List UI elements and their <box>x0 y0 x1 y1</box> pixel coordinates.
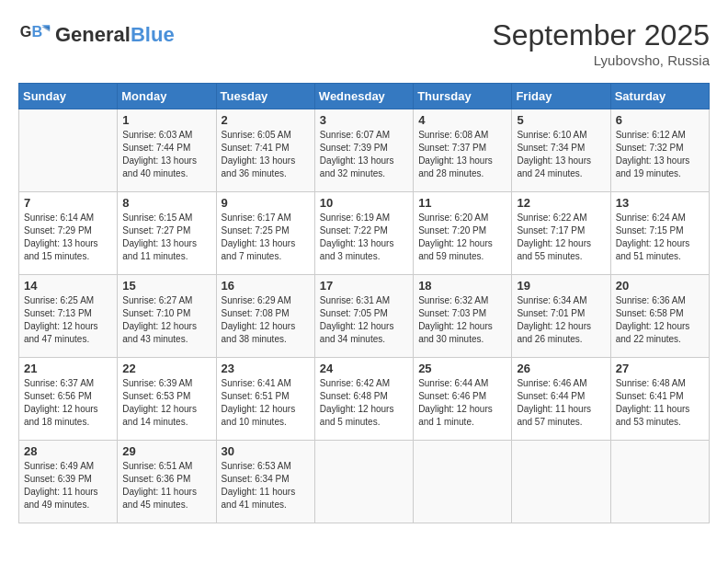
day-info: Sunrise: 6:08 AM Sunset: 7:37 PM Dayligh… <box>418 129 506 180</box>
calendar-cell: 16Sunrise: 6:29 AM Sunset: 7:08 PM Dayli… <box>216 275 314 358</box>
day-number: 11 <box>418 196 506 210</box>
day-info: Sunrise: 6:17 AM Sunset: 7:25 PM Dayligh… <box>222 212 310 263</box>
day-number: 29 <box>122 444 210 458</box>
day-number: 18 <box>418 279 506 293</box>
day-info: Sunrise: 6:19 AM Sunset: 7:22 PM Dayligh… <box>320 212 408 263</box>
calendar-cell: 5Sunrise: 6:10 AM Sunset: 7:34 PM Daylig… <box>512 109 610 192</box>
day-number: 24 <box>320 362 408 375</box>
day-number: 25 <box>418 362 506 375</box>
calendar-cell: 29Sunrise: 6:51 AM Sunset: 6:36 PM Dayli… <box>118 441 216 523</box>
day-info: Sunrise: 6:07 AM Sunset: 7:39 PM Dayligh… <box>320 129 408 180</box>
day-number: 20 <box>616 279 704 293</box>
day-number: 7 <box>24 196 112 210</box>
day-number: 4 <box>418 113 506 127</box>
calendar-cell: 21Sunrise: 6:37 AM Sunset: 6:56 PM Dayli… <box>19 358 118 441</box>
calendar-cell <box>414 441 512 523</box>
day-number: 2 <box>222 113 310 127</box>
day-info: Sunrise: 6:24 AM Sunset: 7:15 PM Dayligh… <box>616 212 704 263</box>
day-info: Sunrise: 6:46 AM Sunset: 6:44 PM Dayligh… <box>517 377 605 429</box>
day-info: Sunrise: 6:10 AM Sunset: 7:34 PM Dayligh… <box>517 129 605 180</box>
day-number: 23 <box>222 362 310 375</box>
day-number: 10 <box>320 196 408 210</box>
day-number: 16 <box>222 279 310 293</box>
day-info: Sunrise: 6:44 AM Sunset: 6:46 PM Dayligh… <box>418 377 506 429</box>
day-info: Sunrise: 6:41 AM Sunset: 6:51 PM Dayligh… <box>222 377 310 429</box>
day-info: Sunrise: 6:37 AM Sunset: 6:56 PM Dayligh… <box>24 377 112 429</box>
title-block: September 2025 Lyubovsho, Russia <box>492 18 710 68</box>
svg-marker-3 <box>41 27 50 31</box>
day-info: Sunrise: 6:48 AM Sunset: 6:41 PM Dayligh… <box>616 377 704 429</box>
header-friday: Friday <box>512 84 610 109</box>
calendar-cell: 13Sunrise: 6:24 AM Sunset: 7:15 PM Dayli… <box>610 192 709 275</box>
calendar-cell: 25Sunrise: 6:44 AM Sunset: 6:46 PM Dayli… <box>414 358 512 441</box>
day-number: 9 <box>222 196 310 210</box>
calendar-cell <box>512 441 610 523</box>
header-sunday: Sunday <box>19 84 118 109</box>
day-number: 8 <box>122 196 210 210</box>
day-info: Sunrise: 6:25 AM Sunset: 7:13 PM Dayligh… <box>24 294 112 346</box>
day-info: Sunrise: 6:39 AM Sunset: 6:53 PM Dayligh… <box>122 377 210 429</box>
day-number: 19 <box>517 279 605 293</box>
day-number: 14 <box>24 279 112 293</box>
day-number: 26 <box>517 362 605 375</box>
day-number: 6 <box>616 113 704 127</box>
header-monday: Monday <box>118 84 216 109</box>
header-saturday: Saturday <box>610 84 709 109</box>
calendar-header-row: SundayMondayTuesdayWednesdayThursdayFrid… <box>19 84 710 109</box>
header-thursday: Thursday <box>414 84 512 109</box>
calendar-cell: 17Sunrise: 6:31 AM Sunset: 7:05 PM Dayli… <box>314 275 413 358</box>
day-number: 13 <box>616 196 704 210</box>
header-tuesday: Tuesday <box>216 84 314 109</box>
calendar-cell: 2Sunrise: 6:05 AM Sunset: 7:41 PM Daylig… <box>216 109 314 192</box>
calendar-cell: 20Sunrise: 6:36 AM Sunset: 6:58 PM Dayli… <box>610 275 709 358</box>
day-info: Sunrise: 6:36 AM Sunset: 6:58 PM Dayligh… <box>616 294 704 346</box>
calendar-cell: 30Sunrise: 6:53 AM Sunset: 6:34 PM Dayli… <box>216 441 314 523</box>
calendar-cell: 7Sunrise: 6:14 AM Sunset: 7:29 PM Daylig… <box>19 192 118 275</box>
calendar-cell: 19Sunrise: 6:34 AM Sunset: 7:01 PM Dayli… <box>512 275 610 358</box>
day-number: 5 <box>517 113 605 127</box>
day-number: 15 <box>122 279 210 293</box>
calendar-week-4: 21Sunrise: 6:37 AM Sunset: 6:56 PM Dayli… <box>19 358 710 441</box>
day-info: Sunrise: 6:14 AM Sunset: 7:29 PM Dayligh… <box>24 212 112 263</box>
calendar-week-3: 14Sunrise: 6:25 AM Sunset: 7:13 PM Dayli… <box>19 275 710 358</box>
calendar-cell: 26Sunrise: 6:46 AM Sunset: 6:44 PM Dayli… <box>512 358 610 441</box>
month-title: September 2025 <box>492 18 710 52</box>
calendar-cell: 10Sunrise: 6:19 AM Sunset: 7:22 PM Dayli… <box>314 192 413 275</box>
day-number: 27 <box>616 362 704 375</box>
calendar-cell: 6Sunrise: 6:12 AM Sunset: 7:32 PM Daylig… <box>610 109 709 192</box>
logo-text: GeneralBlue <box>55 24 175 46</box>
calendar-cell: 9Sunrise: 6:17 AM Sunset: 7:25 PM Daylig… <box>216 192 314 275</box>
day-info: Sunrise: 6:12 AM Sunset: 7:32 PM Dayligh… <box>616 129 704 180</box>
day-info: Sunrise: 6:32 AM Sunset: 7:03 PM Dayligh… <box>418 294 506 346</box>
day-info: Sunrise: 6:15 AM Sunset: 7:27 PM Dayligh… <box>122 212 210 263</box>
calendar-week-5: 28Sunrise: 6:49 AM Sunset: 6:39 PM Dayli… <box>19 441 710 523</box>
calendar-week-1: 1Sunrise: 6:03 AM Sunset: 7:44 PM Daylig… <box>19 109 710 192</box>
day-info: Sunrise: 6:05 AM Sunset: 7:41 PM Dayligh… <box>222 129 310 180</box>
calendar-cell: 12Sunrise: 6:22 AM Sunset: 7:17 PM Dayli… <box>512 192 610 275</box>
day-info: Sunrise: 6:27 AM Sunset: 7:10 PM Dayligh… <box>122 294 210 346</box>
day-number: 3 <box>320 113 408 127</box>
day-info: Sunrise: 6:51 AM Sunset: 6:36 PM Dayligh… <box>122 460 210 511</box>
calendar-cell: 27Sunrise: 6:48 AM Sunset: 6:41 PM Dayli… <box>610 358 709 441</box>
calendar-week-2: 7Sunrise: 6:14 AM Sunset: 7:29 PM Daylig… <box>19 192 710 275</box>
calendar-cell: 11Sunrise: 6:20 AM Sunset: 7:20 PM Dayli… <box>414 192 512 275</box>
calendar-cell: 15Sunrise: 6:27 AM Sunset: 7:10 PM Dayli… <box>118 275 216 358</box>
day-info: Sunrise: 6:34 AM Sunset: 7:01 PM Dayligh… <box>517 294 605 346</box>
day-number: 21 <box>24 362 112 375</box>
calendar-cell: 4Sunrise: 6:08 AM Sunset: 7:37 PM Daylig… <box>414 109 512 192</box>
calendar-cell <box>19 109 118 192</box>
calendar-cell: 24Sunrise: 6:42 AM Sunset: 6:48 PM Dayli… <box>314 358 413 441</box>
calendar-cell: 3Sunrise: 6:07 AM Sunset: 7:39 PM Daylig… <box>314 109 413 192</box>
calendar-cell: 22Sunrise: 6:39 AM Sunset: 6:53 PM Dayli… <box>118 358 216 441</box>
calendar-cell: 1Sunrise: 6:03 AM Sunset: 7:44 PM Daylig… <box>118 109 216 192</box>
page-header: G B GeneralBlue September 2025 Lyubovsho… <box>18 18 710 68</box>
day-info: Sunrise: 6:31 AM Sunset: 7:05 PM Dayligh… <box>320 294 408 346</box>
day-info: Sunrise: 6:22 AM Sunset: 7:17 PM Dayligh… <box>517 212 605 263</box>
calendar-cell: 8Sunrise: 6:15 AM Sunset: 7:27 PM Daylig… <box>118 192 216 275</box>
logo-icon: G B <box>18 18 51 52</box>
day-info: Sunrise: 6:29 AM Sunset: 7:08 PM Dayligh… <box>222 294 310 346</box>
day-info: Sunrise: 6:42 AM Sunset: 6:48 PM Dayligh… <box>320 377 408 429</box>
day-number: 28 <box>24 444 112 458</box>
day-number: 17 <box>320 279 408 293</box>
calendar-cell: 23Sunrise: 6:41 AM Sunset: 6:51 PM Dayli… <box>216 358 314 441</box>
